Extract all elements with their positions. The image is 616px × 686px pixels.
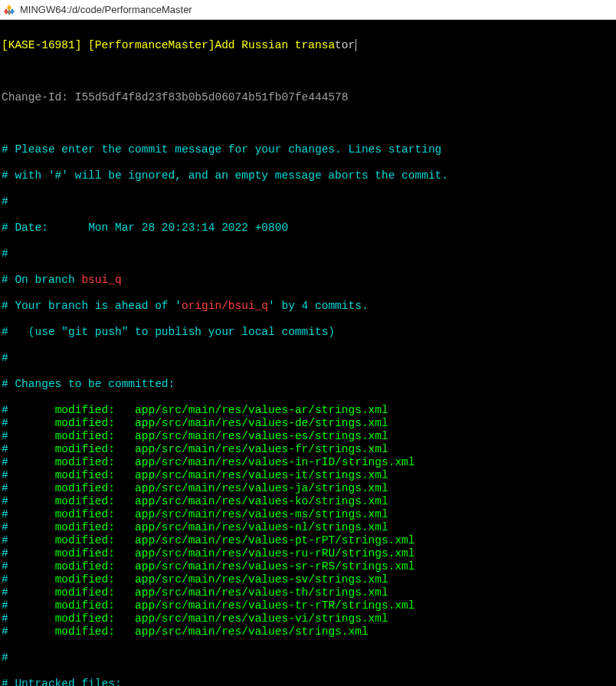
hash-line: # [2, 352, 614, 365]
window-title-bar: MINGW64:/d/code/PerformanceMaster [0, 0, 616, 20]
terminal-editor[interactable]: [KASE-16981] [PerformanceMaster]Add Russ… [0, 20, 616, 686]
modified-file-line: # modified: app/src/main/res/values/stri… [2, 625, 614, 638]
window-title: MINGW64:/d/code/PerformanceMaster [20, 4, 192, 15]
modified-file-line: # modified: app/src/main/res/values-ru-r… [2, 547, 614, 560]
modified-file-line: # modified: app/src/main/res/values-th/s… [2, 586, 614, 599]
modified-file-line: # modified: app/src/main/res/values-ko/s… [2, 495, 614, 508]
modified-file-line: # modified: app/src/main/res/values-vi/s… [2, 612, 614, 625]
instruction-line: # with '#' will be ignored, and an empty… [2, 169, 614, 182]
cursor-icon [356, 39, 356, 51]
svg-marker-3 [7, 9, 11, 15]
instruction-line: # Please enter the commit message for yo… [2, 143, 614, 156]
date-line: # Date: Mon Mar 28 20:23:14 2022 +0800 [2, 222, 614, 235]
modified-file-list: # modified: app/src/main/res/values-ar/s… [2, 404, 614, 638]
hash-line: # [2, 652, 614, 665]
modified-file-line: # modified: app/src/main/res/values-fr/s… [2, 443, 614, 456]
branch-line: # On branch bsui_q [2, 274, 614, 287]
modified-file-line: # modified: app/src/main/res/values-sr-r… [2, 560, 614, 573]
modified-file-line: # modified: app/src/main/res/values-ja/s… [2, 482, 614, 495]
modified-file-line: # modified: app/src/main/res/values-pt-r… [2, 534, 614, 547]
app-icon [3, 4, 15, 16]
hash-line: # [2, 248, 614, 261]
modified-file-line: # modified: app/src/main/res/values-it/s… [2, 469, 614, 482]
modified-file-line: # modified: app/src/main/res/values-ar/s… [2, 404, 614, 417]
blank-line [2, 117, 614, 130]
modified-file-line: # modified: app/src/main/res/values-nl/s… [2, 521, 614, 534]
change-id-line: Change-Id: I55d5df4f8d23f83b0b5d06074b51… [2, 91, 614, 104]
modified-file-line: # modified: app/src/main/res/values-es/s… [2, 430, 614, 443]
push-hint-line: # (use "git push" to publish your local … [2, 326, 614, 339]
modified-file-line: # modified: app/src/main/res/values-ms/s… [2, 508, 614, 521]
blank-line [2, 65, 614, 78]
changes-header: # Changes to be committed: [2, 378, 614, 391]
untracked-header: # Untracked files: [2, 678, 614, 686]
modified-file-line: # modified: app/src/main/res/values-in-r… [2, 456, 614, 469]
modified-file-line: # modified: app/src/main/res/values-tr-r… [2, 599, 614, 612]
modified-file-line: # modified: app/src/main/res/values-de/s… [2, 417, 614, 430]
commit-subject-line[interactable]: [KASE-16981] [PerformanceMaster]Add Russ… [2, 39, 614, 52]
branch-ahead-line: # Your branch is ahead of 'origin/bsui_q… [2, 300, 614, 313]
modified-file-line: # modified: app/src/main/res/values-sv/s… [2, 573, 614, 586]
hash-line: # [2, 195, 614, 208]
